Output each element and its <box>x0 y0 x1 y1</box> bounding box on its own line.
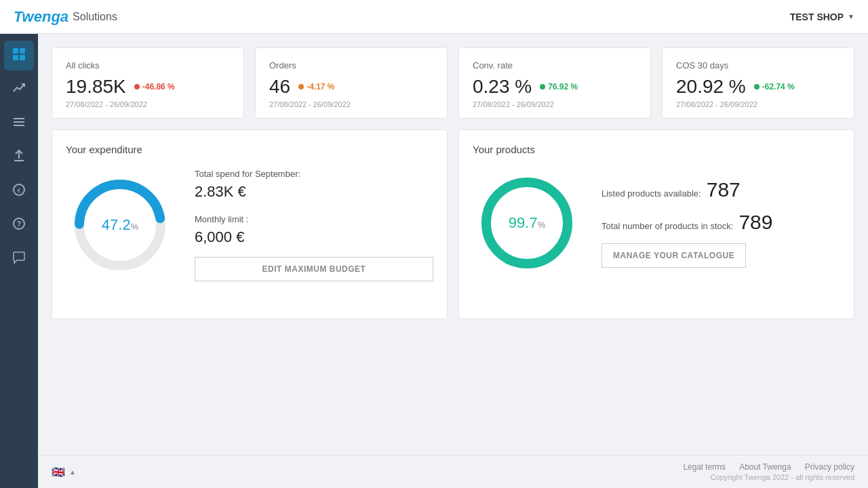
svg-rect-0 <box>13 48 18 54</box>
svg-rect-4 <box>14 118 24 119</box>
stat-date-cos: 27/08/2022 - 26/09/2022 <box>676 100 840 108</box>
stat-badge-clicks: -46.86 % <box>134 82 175 92</box>
svg-rect-1 <box>20 48 25 54</box>
total-spend-value: 2.83K € <box>195 183 433 201</box>
about-twenga-link[interactable]: About Twenga <box>739 462 791 472</box>
stat-date-orders: 27/08/2022 - 26/09/2022 <box>269 100 433 108</box>
badge-value-orders: -4.17 % <box>307 82 334 92</box>
analytics-icon <box>12 81 26 98</box>
svg-rect-7 <box>14 160 24 161</box>
footer-chevron[interactable]: ▲ <box>69 468 76 476</box>
svg-rect-6 <box>14 125 24 126</box>
stat-card-cos: COS 30 days 20.92 % -62.74 % 27/08/2022 … <box>662 47 854 119</box>
sidebar-item-analytics[interactable] <box>4 75 34 104</box>
logo: Twenga Solutions <box>14 8 117 26</box>
main-content: All clicks 19.85K -46.86 % 27/08/2022 - … <box>38 34 868 455</box>
stat-date-clicks: 27/08/2022 - 26/09/2022 <box>66 100 230 108</box>
legal-terms-link[interactable]: Legal terms <box>683 462 726 472</box>
listed-count: 787 <box>707 178 741 201</box>
total-spend-label: Total spend for September: <box>195 169 433 179</box>
stat-title-orders: Orders <box>269 60 433 70</box>
listed-products-line: Listed products available: 787 <box>601 178 840 201</box>
products-donut-text: 99.7% <box>509 214 545 232</box>
edit-budget-button[interactable]: EDIT MAXIMUM BUDGET <box>195 257 433 281</box>
stock-products-line: Total number of products in stock: 789 <box>601 211 840 234</box>
svg-rect-2 <box>13 55 18 60</box>
products-info: Listed products available: 787 Total num… <box>601 178 840 268</box>
sidebar-item-chat[interactable] <box>4 244 34 274</box>
sidebar-item-dashboard[interactable] <box>4 41 34 70</box>
badge-value-clicks: -46.86 % <box>142 82 175 92</box>
chat-icon <box>12 251 26 268</box>
stock-count: 789 <box>738 211 772 234</box>
bottom-row: Your expenditure 47.2% Total <box>52 129 854 319</box>
manage-catalogue-button[interactable]: MANAGE YOUR CATALOGUE <box>601 243 746 268</box>
stat-badge-conv: 76.92 % <box>540 82 578 92</box>
stat-value-cos: 20.92 % <box>676 76 746 98</box>
sidebar-item-help[interactable]: ? <box>4 210 34 240</box>
sidebar-item-upload[interactable] <box>4 142 34 172</box>
stat-title-conv: Conv. rate <box>473 60 637 70</box>
badge-dot-conv <box>540 84 545 89</box>
svg-rect-5 <box>14 121 24 123</box>
stat-card-clicks: All clicks 19.85K -46.86 % 27/08/2022 - … <box>52 47 244 119</box>
expenditure-panel: Your expenditure 47.2% Total <box>52 129 448 319</box>
badge-value-cos: -62.74 % <box>762 82 795 92</box>
stat-value-conv: 0.23 % <box>473 76 532 98</box>
svg-text:€: € <box>17 187 20 194</box>
products-content: 99.7% Listed products available: 787 Tot… <box>473 169 840 277</box>
shop-name: TEST SHOP <box>790 12 844 22</box>
stat-title-cos: COS 30 days <box>676 60 840 70</box>
badge-dot-orders <box>298 84 304 89</box>
listed-label: Listed products available: <box>601 188 701 199</box>
list-icon <box>12 115 26 132</box>
stock-label: Total number of products in stock: <box>601 221 733 231</box>
flag-icon: 🇬🇧 <box>52 466 65 479</box>
svg-text:?: ? <box>17 220 22 228</box>
money-icon: € <box>12 183 26 200</box>
footer-copyright: Copyright Twenga 2022 - all rights reser… <box>683 473 854 481</box>
privacy-policy-link[interactable]: Privacy policy <box>805 462 854 472</box>
expenditure-info: Total spend for September: 2.83K € Month… <box>195 169 433 281</box>
badge-value-conv: 76.92 % <box>548 82 578 92</box>
stat-value-row-clicks: 19.85K -46.86 % <box>66 76 230 98</box>
chevron-down-icon: ▼ <box>848 13 854 20</box>
sidebar: € ? <box>0 34 38 488</box>
badge-dot-cos <box>754 84 760 89</box>
stat-date-conv: 27/08/2022 - 26/09/2022 <box>473 100 637 108</box>
dashboard-icon <box>12 47 26 64</box>
footer: 🇬🇧 ▲ Legal terms About Twenga Privacy po… <box>38 455 868 488</box>
footer-links: Legal terms About Twenga Privacy policy <box>683 462 854 472</box>
monthly-limit-label: Monthly limit : <box>195 214 433 224</box>
svg-rect-3 <box>20 55 25 60</box>
monthly-limit-value: 6,000 € <box>195 228 433 246</box>
logo-solutions: Solutions <box>73 11 117 23</box>
expenditure-donut: 47.2% <box>66 171 174 279</box>
logo-twenga: Twenga <box>14 8 68 26</box>
stat-value-row-orders: 46 -4.17 % <box>269 76 433 98</box>
products-title: Your products <box>473 144 840 155</box>
upload-icon <box>12 149 26 166</box>
help-icon: ? <box>12 217 26 234</box>
stat-value-row-cos: 20.92 % -62.74 % <box>676 76 840 98</box>
stat-badge-cos: -62.74 % <box>754 82 795 92</box>
badge-dot-clicks <box>134 84 140 89</box>
expenditure-donut-text: 47.2% <box>102 216 138 234</box>
shop-selector[interactable]: TEST SHOP ▼ <box>790 12 854 22</box>
stat-title-clicks: All clicks <box>66 60 230 70</box>
expenditure-title: Your expenditure <box>66 144 433 155</box>
expenditure-content: 47.2% Total spend for September: 2.83K €… <box>66 169 433 281</box>
stats-row: All clicks 19.85K -46.86 % 27/08/2022 - … <box>52 47 854 119</box>
products-panel: Your products 99.7% Listed p <box>458 129 854 319</box>
stat-value-row-conv: 0.23 % 76.92 % <box>473 76 637 98</box>
products-donut: 99.7% <box>473 169 581 277</box>
sidebar-item-money[interactable]: € <box>4 176 34 206</box>
footer-left: 🇬🇧 ▲ <box>52 466 76 479</box>
stat-value-orders: 46 <box>269 76 290 98</box>
stat-card-conv: Conv. rate 0.23 % 76.92 % 27/08/2022 - 2… <box>458 47 651 119</box>
stat-badge-orders: -4.17 % <box>298 82 334 92</box>
sidebar-item-list[interactable] <box>4 108 34 138</box>
stat-card-orders: Orders 46 -4.17 % 27/08/2022 - 26/09/202… <box>255 47 448 119</box>
footer-right-block: Legal terms About Twenga Privacy policy … <box>683 462 854 481</box>
top-navigation: Twenga Solutions TEST SHOP ▼ <box>0 0 868 34</box>
